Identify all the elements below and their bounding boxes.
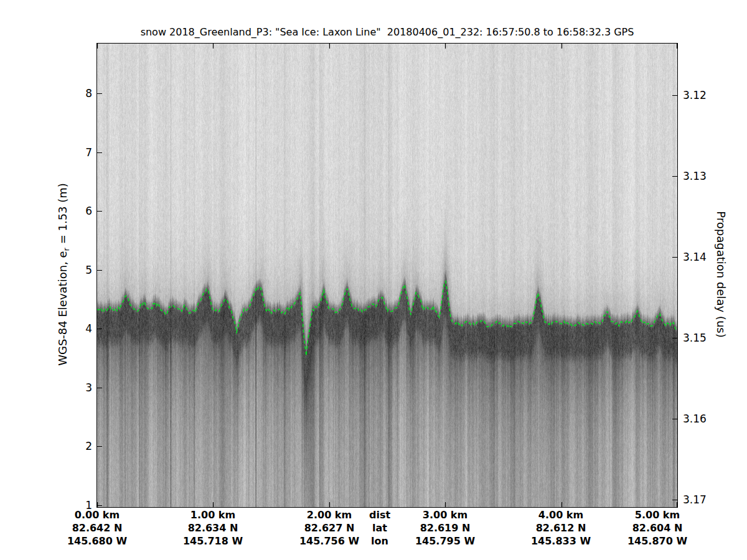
left-axis-label-subscript: r — [62, 248, 71, 251]
left-tick-label: 6 — [0, 204, 92, 218]
x-dist-value: 3.00 km — [415, 508, 475, 521]
right-tick-label: 3.13 — [683, 169, 726, 183]
x-lon-value: 145.680 W — [67, 534, 127, 548]
x-lon-value: 145.795 W — [415, 534, 475, 548]
x-dist-value: 1.00 km — [183, 508, 243, 521]
figure-title: snow 2018_Greenland_P3: "Sea Ice: Laxon … — [141, 26, 634, 38]
plot-area — [96, 43, 678, 508]
left-tick-label: 4 — [0, 322, 92, 335]
right-tick-label: 3.14 — [683, 250, 726, 264]
x-lat-value: 82.627 N — [299, 521, 359, 534]
x-dist-value: 2.00 km — [299, 508, 359, 521]
right-tick-label: 3.17 — [683, 493, 726, 506]
x-lat-value: 82.642 N — [67, 521, 127, 534]
x-dist-value: 5.00 km — [627, 508, 687, 521]
x-lat-value: 82.634 N — [183, 521, 243, 534]
left-tick-label: 8 — [0, 86, 92, 100]
right-tick-label: 3.12 — [683, 88, 726, 102]
x-annotation-column: 1.00 km 82.634 N 145.718 W — [183, 508, 243, 548]
x-dist-value: 4.00 km — [531, 508, 591, 521]
x-annotation-column: 2.00 km 82.627 N 145.756 W — [299, 508, 359, 548]
x-dist-header: dist — [369, 508, 390, 521]
x-annotation-column: 3.00 km 82.619 N 145.795 W — [415, 508, 475, 548]
x-dist-value: 0.00 km — [67, 508, 127, 521]
x-annotation-headers: dist lat lon — [369, 508, 390, 548]
x-lon-value: 145.870 W — [627, 534, 687, 548]
figure: snow 2018_Greenland_P3: "Sea Ice: Laxon … — [0, 0, 747, 560]
x-lon-value: 145.756 W — [299, 534, 359, 548]
left-tick-label: 2 — [0, 439, 92, 453]
x-lat-value: 82.604 N — [627, 521, 687, 534]
right-tick-label: 3.16 — [683, 412, 726, 426]
x-annotation-column: 0.00 km 82.642 N 145.680 W — [67, 508, 127, 548]
x-lon-header: lon — [369, 534, 390, 548]
x-annotation-column: 4.00 km 82.612 N 145.833 W — [531, 508, 591, 548]
left-tick-label: 7 — [0, 146, 92, 159]
right-axis-label: Propagation delay (us) — [715, 211, 728, 337]
left-tick-label: 3 — [0, 381, 92, 394]
right-tick-label: 3.15 — [683, 331, 726, 345]
x-annotation-column: 5.00 km 82.604 N 145.870 W — [627, 508, 687, 548]
x-lat-value: 82.612 N — [531, 521, 591, 534]
left-tick-label: 5 — [0, 263, 92, 277]
x-lat-header: lat — [369, 521, 390, 534]
x-lon-value: 145.718 W — [183, 534, 243, 548]
x-lon-value: 145.833 W — [531, 534, 591, 548]
x-lat-value: 82.619 N — [415, 521, 475, 534]
echogram-canvas — [97, 44, 677, 507]
